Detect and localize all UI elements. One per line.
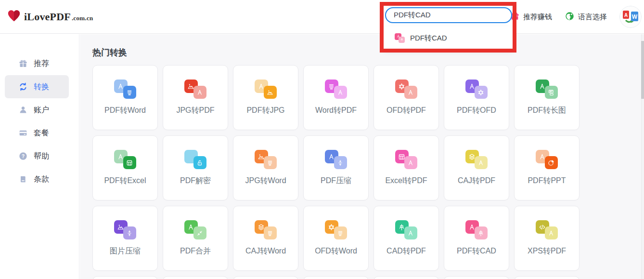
tool-card-label: PDF转JPG [246,106,284,116]
svg-text:W: W [128,93,131,95]
tool-card[interactable]: PDF合并 [163,206,228,271]
tool-card[interactable]: Excel转PDF [374,135,439,200]
pdf-icon [404,86,417,99]
tool-card-partial[interactable] [92,276,158,279]
tool-card-label: CAD转PDF [386,246,426,256]
tool-card[interactable]: WWord转PDF [303,65,369,130]
sidebar-item-help[interactable]: ?帮助 [5,145,69,168]
sidebar-item-label: 帮助 [34,151,49,161]
avatar[interactable]: A W [619,6,642,28]
tool-card-partial[interactable] [514,276,580,279]
tool-card-icon [536,80,558,99]
tool-card-icon [184,150,207,170]
tool-card-label: PDF转Word [104,106,146,116]
sidebar-item-account[interactable]: 账户 [5,98,69,121]
terms-icon [18,174,28,184]
tool-card-icon [465,80,488,99]
tool-card-partial[interactable] [444,276,509,279]
cad-icon [399,37,405,43]
tool-card[interactable]: PDF压缩 [303,135,369,200]
user-icon [18,105,28,115]
search-suggestions: PDF转CAD [384,27,513,50]
svg-text:A: A [624,13,628,18]
sidebar-item-terms[interactable]: 条款 [5,168,69,191]
suggestion-label: PDF转CAD [410,34,447,43]
tool-card[interactable]: PDF转CAD [444,206,509,271]
logo[interactable]: iLovePDF .com.cn [7,0,93,34]
pdf-icon [475,156,488,169]
tool-card-icon [325,150,348,170]
gift-icon [18,59,28,68]
pdf-icon [334,86,347,99]
tool-card-icon: W [255,150,277,170]
tool-card[interactable]: WPDF转Word [92,65,158,130]
tool-card-label: PDF转OFD [457,106,496,116]
tool-card[interactable]: WJPG转Word [233,135,298,200]
tool-card-label: JPG转Word [245,176,286,186]
tool-card-partial[interactable] [233,276,298,279]
tool-card[interactable]: CAD转PDF [374,206,439,271]
pdf-icon [404,226,417,239]
tool-card-partial[interactable] [303,276,369,279]
compress-icon [334,156,347,169]
cards-grid: WPDF转WordJPG转PDFPDF转JPGWWord转PDFOFD转PDFP… [92,65,580,279]
brand-name: iLovePDF [24,11,71,23]
tool-card-icon [114,150,137,170]
tool-card-label: Word转PDF [315,106,357,116]
tool-card[interactable]: XPS转PDF [514,206,580,271]
tool-card[interactable]: PDF转PPT [514,135,580,200]
word-icon: W [264,156,277,169]
merge-icon [193,226,206,239]
tool-card[interactable]: PDF解密 [163,135,228,200]
tool-card[interactable]: JPG转PDF [163,65,228,130]
nav-referral[interactable]: 推荐赚钱 [510,11,552,23]
pie-icon [545,156,558,169]
tool-card[interactable]: CAJ转PDF [444,135,509,200]
tool-card-icon: W [114,80,137,99]
tool-card-partial[interactable] [163,276,228,279]
tool-card[interactable]: 图片压缩 [92,206,158,271]
tool-card-icon [114,220,137,240]
tool-card-icon [465,220,488,240]
word-icon: W [264,226,277,239]
sync-icon [18,82,28,92]
search-input[interactable] [385,7,512,23]
tool-card-label: PDF转长图 [528,106,566,116]
longimg-icon [545,86,558,99]
sidebar-item-label: 套餐 [34,128,49,138]
tool-card-label: 图片压缩 [110,246,141,256]
nav-language[interactable]: 语言选择 [565,11,607,23]
nav-language-label: 语言选择 [578,13,607,22]
tool-card-label: PDF转Excel [104,176,146,186]
unlock-icon [193,156,206,169]
app-root: iLovePDF .com.cn 推荐赚钱 [0,0,644,279]
sidebar-item-label: 条款 [34,174,49,185]
tool-card[interactable]: PDF转JPG [233,65,298,130]
help-icon: ? [18,151,28,161]
tool-card-label: PDF解密 [180,176,211,186]
tool-card-label: CAJ转PDF [458,176,495,186]
tool-card[interactable]: OFD转PDF [374,65,439,130]
sidebar-item-label: 账户 [34,105,49,115]
scrollbar-thumb[interactable] [641,41,644,99]
tool-card[interactable]: WCAJ转Word [233,206,298,271]
tool-card-label: OFD转Word [315,246,357,256]
tool-card-icon [255,80,277,99]
sidebar-item-convert[interactable]: 转换 [5,75,69,98]
pdf-icon [193,86,206,99]
sidebar-item-plans[interactable]: 套餐 [5,121,69,145]
globe-icon [565,11,575,23]
tool-card-label: Excel转PDF [385,176,427,186]
tool-card[interactable]: PDF转长图 [514,65,580,130]
seal-icon [475,86,488,99]
tool-card-partial[interactable] [374,276,439,279]
tool-card[interactable]: PDF转Excel [92,135,158,200]
sidebar-item-recommend[interactable]: 推荐 [5,52,69,75]
tool-card[interactable]: WOFD转Word [303,206,369,271]
tool-card[interactable]: PDF转OFD [444,65,509,130]
tool-card-icon [536,150,558,170]
word-icon: W [123,86,136,99]
sidebar: 推荐转换账户套餐?帮助条款 [0,34,79,279]
tool-card-icon [395,220,418,240]
suggestion-item[interactable]: PDF转CAD [384,27,513,50]
